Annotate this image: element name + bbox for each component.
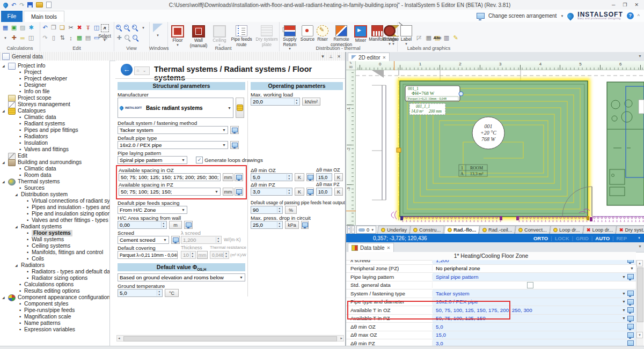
dt-min-oz-field[interactable]: 5,0▲▼	[251, 173, 292, 181]
tree-item-manifolds-fittings-and-control[interactable]: •Manifolds, fittings and control	[0, 249, 109, 256]
array-icon[interactable]: ▦	[76, 34, 83, 42]
row-checkbox[interactable]	[527, 282, 533, 288]
layer-tab-rad-flo-2[interactable]: Rad.-flo...	[444, 226, 480, 234]
fastening-sync-button[interactable]	[230, 126, 239, 134]
view-more-icon[interactable]: ▼	[140, 24, 147, 32]
tree-item-radiant-systems[interactable]: ◢Radiant systems	[0, 224, 109, 230]
zone-label[interactable]: 001_1 ΦH=768 W Parquet λ=0,21 10mm - 0,0…	[405, 86, 463, 101]
table-row-peripheral-zone-pz[interactable]: Peripheral zone (PZ)No peripheral zone▼	[346, 265, 636, 273]
tab-data-table[interactable]: Data table ✕	[348, 243, 394, 252]
drafting-triangle-icon[interactable]	[153, 24, 163, 32]
dropdown-icon[interactable]: ▼	[630, 266, 634, 270]
results-icon[interactable]: ▣	[10, 24, 18, 32]
tab-overflow-icon[interactable]: ▼	[638, 244, 642, 248]
screed-sync-button[interactable]	[171, 236, 180, 244]
ground-temperature-unit-button[interactable]: °C	[165, 289, 179, 297]
tree-item-virtual-connections-of-radiant-systems[interactable]: •Virtual connections of radiant systems	[0, 198, 109, 204]
zoom-extents-icon[interactable]: ◦	[124, 34, 131, 41]
save-icon[interactable]	[27, 2, 33, 8]
tab-main-tools[interactable]: Main tools	[24, 11, 64, 23]
table-row-pipe-laying-pattern[interactable]: Pipe laying patternSpiral pipe pattern▼	[346, 273, 636, 281]
fastening-dropdown[interactable]: Tacker system▼	[118, 126, 228, 134]
room-stamp[interactable]: 001 +20 °C 768 W	[472, 117, 504, 149]
storey-dropdown[interactable]: 0 ▼	[356, 226, 376, 234]
sync-icon[interactable]	[627, 316, 634, 321]
generate-loops-checkbox[interactable]: ✓	[196, 157, 203, 164]
tree-item-climatic-data[interactable]: •Climatic data	[0, 114, 109, 121]
usage-unit-button[interactable]: %	[285, 206, 297, 214]
calculate-icon[interactable]: ▦	[2, 24, 9, 32]
expander-icon[interactable]: ◢	[2, 159, 8, 166]
expander-icon[interactable]: ◢	[2, 63, 8, 69]
toggle-grid[interactable]: GRID	[576, 235, 589, 241]
paste-icon[interactable]: ❏	[58, 24, 66, 32]
redo-icon[interactable]: ↷	[41, 34, 49, 42]
pressure-drop-field[interactable]: 25,0▲▼	[251, 221, 283, 229]
frame-icon[interactable]: ▯	[50, 34, 57, 42]
tree-item-radiators[interactable]: ◢Radiators	[0, 262, 109, 269]
tree-item-valves-and-other-fittings-types-and-default-data[interactable]: •Valves and other fittings - types and d…	[0, 217, 109, 224]
tab-2d-editor[interactable]: 2D editor ✕	[348, 53, 390, 62]
close-button[interactable]: ✕	[634, 2, 639, 8]
spacing-pz-dropdown[interactable]: 50; 75; 100; 125; 150;▼	[119, 188, 221, 196]
cooling-calc-icon[interactable]: ✱	[27, 24, 35, 32]
working-load-unit-button[interactable]: kN/m²	[302, 98, 320, 106]
dropdown-icon[interactable]: ▼	[622, 316, 626, 320]
layer-tab-loop-dr-6[interactable]: ✖Loop dr...	[583, 226, 617, 234]
tab-close-icon[interactable]: ✕	[383, 55, 386, 60]
tree-item-radiant-systems[interactable]: •Radiant systems	[0, 121, 109, 127]
calc-option1-icon[interactable]: ✚	[10, 34, 18, 42]
usage-field[interactable]: 90▲▼	[251, 206, 283, 214]
row-value[interactable]: 50, 75, 100, 125, 150▼	[433, 315, 636, 323]
tree-item-name-patterns[interactable]: •Name patterns	[0, 320, 109, 326]
layer-tab-rad-ceil-3[interactable]: Rad.-ceil...	[479, 226, 516, 234]
table-row-min-oz[interactable]: Δθ min OZ5,0	[346, 323, 636, 331]
undo-icon[interactable]: ↶	[41, 24, 49, 32]
table-icon[interactable]: ▥	[443, 34, 450, 42]
expander-icon[interactable]: ◢	[15, 262, 21, 269]
maximize-button[interactable]: ❐	[623, 2, 627, 8]
tab-file[interactable]: File	[1, 11, 23, 22]
layer-tab-underlay-0[interactable]: Underlay	[377, 226, 411, 234]
table-row-system-fastening-type[interactable]: System / fastening typeTacker system▼	[346, 289, 636, 298]
pan-icon[interactable]: ✚	[115, 34, 123, 42]
tree-item-component-styles[interactable]: •Component styles	[0, 301, 109, 307]
expander-icon[interactable]: ◢	[15, 224, 21, 230]
toggle-rep[interactable]: REP	[617, 235, 627, 241]
pressure-drop-unit-button[interactable]: kPa	[285, 221, 299, 229]
anchor-marker[interactable]	[397, 148, 401, 152]
mirror-icon[interactable]: ▤	[84, 34, 92, 42]
tree-item-radiators[interactable]: •Radiators	[0, 133, 109, 140]
laying-pattern-dropdown[interactable]: Spiral pipe pattern▼	[118, 156, 187, 164]
hc-spacing-field[interactable]: 0,00▲▼	[118, 221, 167, 229]
storey-down-icon[interactable]: ↓	[352, 226, 355, 234]
row-value[interactable]	[433, 281, 636, 289]
format-icon[interactable]: Ŧ	[84, 24, 92, 32]
tree-item-expression-variables[interactable]: •Expression variables	[0, 326, 109, 333]
tree-item-edit[interactable]: ◢Edit	[0, 153, 109, 159]
feeds-spacing-dropdown[interactable]: From H/C Zone▼	[118, 206, 187, 214]
dt-max-pz-unit-button[interactable]: K	[334, 188, 343, 196]
dt-min-oz-sync-button[interactable]	[306, 173, 314, 181]
row-value[interactable]: No peripheral zone▼	[433, 265, 636, 273]
tree-item-project[interactable]: •Project	[0, 69, 109, 76]
tree-item-calculations-options[interactable]: •Calculations options	[0, 281, 109, 288]
layer-tab-convect-4[interactable]: Convect...	[515, 226, 551, 234]
calc-more-icon[interactable]: ▼	[2, 34, 9, 42]
data-table-scrollbar[interactable]: ▲ ▼	[636, 260, 643, 346]
dropdown-icon[interactable]: ▼	[622, 292, 626, 295]
row-value[interactable]: Tacker system▼	[433, 289, 636, 298]
layer-tab-loop-dr-5[interactable]: Loop dr...	[550, 226, 584, 234]
expander-icon[interactable]: ◢	[2, 179, 8, 185]
dt-min-pz-field[interactable]: 3,0▲▼	[251, 188, 292, 196]
tree-item-radiators-types-and-default-data[interactable]: •Radiators - types and default data	[0, 269, 109, 275]
tree-item-pipe-and-insulation-sizing-options[interactable]: •Pipe and insulation sizing options	[0, 211, 109, 217]
hc-unit-button[interactable]: m	[169, 221, 182, 229]
calc-option3-icon[interactable]: ◫	[27, 34, 35, 42]
covering-dropdown[interactable]: Parquet λ=0,21 10mm - 0,048▼	[118, 251, 178, 259]
nav-history-buttons[interactable]: ⌂ ⌄	[134, 66, 150, 75]
dt-min-pz-unit-button[interactable]: K	[295, 188, 304, 196]
sync-icon[interactable]	[627, 260, 634, 263]
spacing-pz-sync-button[interactable]	[235, 188, 243, 196]
working-load-field[interactable]: 20,0▲▼	[251, 98, 300, 106]
